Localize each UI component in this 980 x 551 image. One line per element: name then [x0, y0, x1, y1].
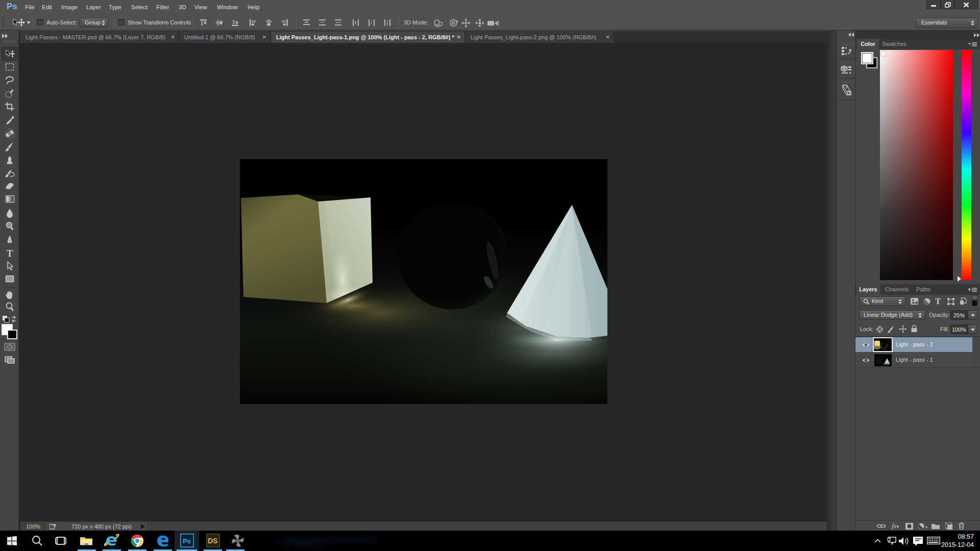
svg-text:DS: DS — [208, 537, 217, 545]
svg-text:Ps: Ps — [183, 537, 191, 545]
